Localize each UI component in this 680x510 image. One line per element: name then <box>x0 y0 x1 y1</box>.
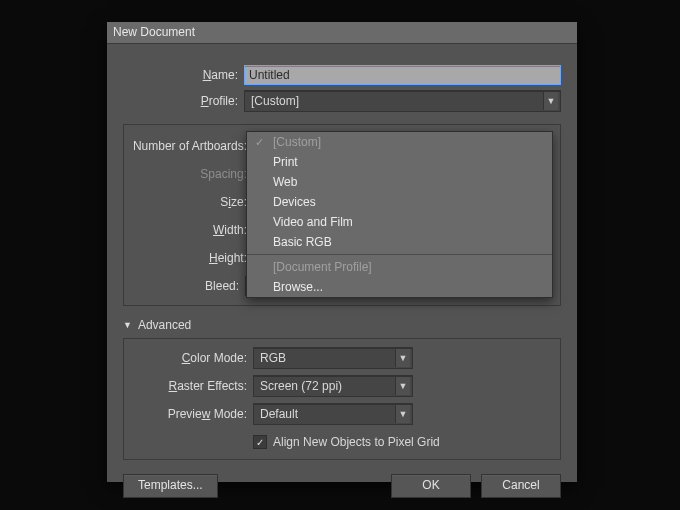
profile-option[interactable]: Devices <box>247 192 552 212</box>
button-bar: Templates... OK Cancel <box>123 474 561 498</box>
new-document-dialog: New Document Name: Profile: [Custom] ▼ N… <box>107 22 577 482</box>
num-artboards-label: Number of Artboards: <box>132 139 253 153</box>
templates-button[interactable]: Templates... <box>123 474 218 498</box>
advanced-label: Advanced <box>138 318 191 332</box>
raster-effects-row: Raster Effects: Screen (72 ppi) ▼ <box>132 373 552 399</box>
preview-mode-value: Default <box>260 404 298 424</box>
align-pixel-grid-label: Align New Objects to Pixel Grid <box>273 435 440 449</box>
preview-mode-select[interactable]: Default ▼ <box>253 403 413 425</box>
dialog-title: New Document <box>107 22 577 44</box>
size-label: Size: <box>132 195 253 209</box>
raster-effects-select[interactable]: Screen (72 ppi) ▼ <box>253 375 413 397</box>
profile-select-value: [Custom] <box>251 91 299 111</box>
color-mode-select[interactable]: RGB ▼ <box>253 347 413 369</box>
profile-option[interactable]: Browse... <box>247 277 552 297</box>
name-row: Name: <box>123 62 561 88</box>
align-pixel-grid-row: ✓ Align New Objects to Pixel Grid <box>253 435 552 449</box>
color-mode-label: Color Mode: <box>132 351 253 365</box>
profile-option-label: Devices <box>273 195 316 209</box>
ok-button[interactable]: OK <box>391 474 471 498</box>
profile-option: ✓[Custom] <box>247 132 552 152</box>
profile-option: [Document Profile] <box>247 257 552 277</box>
color-mode-row: Color Mode: RGB ▼ <box>132 345 552 371</box>
name-input[interactable] <box>244 65 561 85</box>
spacing-label: Spacing: <box>132 167 253 181</box>
profile-row: Profile: [Custom] ▼ <box>123 88 561 114</box>
color-mode-value: RGB <box>260 348 286 368</box>
preview-mode-row: Preview Mode: Default ▼ <box>132 401 552 427</box>
raster-effects-value: Screen (72 ppi) <box>260 376 342 396</box>
bleed-label: Bleed: <box>132 279 245 293</box>
profile-option-label: Print <box>273 155 298 169</box>
chevron-down-icon: ▼ <box>395 349 410 367</box>
profile-option-label: [Document Profile] <box>273 260 372 274</box>
profile-option[interactable]: Basic RGB <box>247 232 552 252</box>
profile-label: Profile: <box>123 94 244 108</box>
cancel-button[interactable]: Cancel <box>481 474 561 498</box>
preview-mode-label: Preview Mode: <box>132 407 253 421</box>
chevron-down-icon: ▼ <box>543 92 558 110</box>
dialog-body: Name: Profile: [Custom] ▼ Number of Artb… <box>107 44 577 510</box>
width-label: Width: <box>132 223 253 237</box>
raster-effects-label: Raster Effects: <box>132 379 253 393</box>
chevron-down-icon: ▼ <box>395 405 410 423</box>
align-pixel-grid-checkbox[interactable]: ✓ <box>253 435 267 449</box>
profile-option-label: Video and Film <box>273 215 353 229</box>
profile-option[interactable]: Print <box>247 152 552 172</box>
name-label: Name: <box>123 68 244 82</box>
profile-option-label: [Custom] <box>273 135 321 149</box>
dropdown-separator <box>247 254 552 255</box>
profile-select[interactable]: [Custom] ▼ <box>244 90 561 112</box>
profile-option-label: Browse... <box>273 280 323 294</box>
document-settings-panel: Number of Artboards: Spacing: Size: Widt… <box>123 124 561 306</box>
profile-dropdown: ✓[Custom]PrintWebDevicesVideo and FilmBa… <box>246 131 553 298</box>
chevron-down-icon: ▼ <box>395 377 410 395</box>
advanced-toggle[interactable]: ▼ Advanced <box>123 318 561 332</box>
profile-option-label: Basic RGB <box>273 235 332 249</box>
profile-option[interactable]: Video and Film <box>247 212 552 232</box>
height-label: Height: <box>132 251 253 265</box>
profile-option[interactable]: Web <box>247 172 552 192</box>
profile-option-label: Web <box>273 175 297 189</box>
advanced-panel: Color Mode: RGB ▼ Raster Effects: Screen… <box>123 338 561 460</box>
disclosure-down-icon: ▼ <box>123 320 132 330</box>
check-icon: ✓ <box>255 132 267 152</box>
